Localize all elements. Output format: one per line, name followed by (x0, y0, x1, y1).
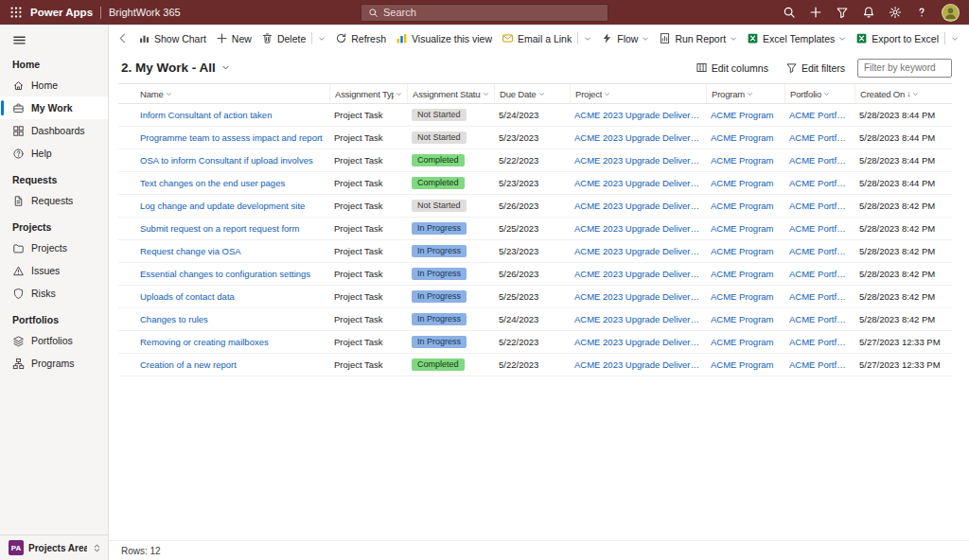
sidebar-item-risks[interactable]: Risks (0, 282, 108, 305)
chevron-down-icon[interactable] (951, 35, 959, 43)
back-icon[interactable] (116, 32, 129, 44)
program-link[interactable]: ACME Program (706, 314, 784, 324)
portfolio-link[interactable]: ACME Portfolio (784, 246, 854, 256)
project-link[interactable]: ACME 2023 Upgrade Deliverable (570, 359, 706, 370)
table-row[interactable]: Text changes on the end user pagesProjec… (118, 172, 952, 195)
project-link[interactable]: ACME 2023 Upgrade Deliverable (570, 291, 706, 302)
app-title[interactable]: Power Apps (30, 7, 93, 18)
program-link[interactable]: ACME Program (706, 155, 784, 166)
project-link[interactable]: ACME 2023 Upgrade Deliverable (570, 178, 706, 188)
help-question-icon[interactable] (915, 6, 928, 19)
column-header-due-date[interactable]: Due Date (494, 84, 570, 103)
filter-by-keyword-input[interactable] (857, 59, 952, 78)
command-flow[interactable]: Flow (597, 27, 653, 49)
command-email-a-link[interactable]: Email a Link (498, 27, 595, 49)
project-link[interactable]: ACME 2023 Upgrade Deliverable (570, 269, 706, 279)
notifications-bell-icon[interactable] (862, 6, 875, 19)
command-new[interactable]: New (212, 27, 255, 49)
task-name-link[interactable]: Essential changes to configuration setti… (135, 269, 329, 279)
column-header-created-on[interactable]: Created On↓ (854, 84, 952, 103)
edit-columns-button[interactable]: Edit columns (691, 59, 773, 77)
task-name-link[interactable]: Removing or creating mailboxes (135, 337, 329, 347)
sidebar-item-projects[interactable]: Projects (0, 236, 108, 259)
search-icon[interactable] (783, 6, 796, 19)
table-row[interactable]: Log change and update development sitePr… (118, 195, 952, 218)
global-search-input[interactable] (383, 7, 601, 18)
filter-icon[interactable] (836, 6, 849, 19)
portfolio-link[interactable]: ACME Portfolio (784, 132, 854, 143)
table-row[interactable]: Request change via OSAProject TaskIn Pro… (118, 240, 952, 263)
task-name-link[interactable]: Creation of a new report (135, 359, 329, 370)
waffle-menu-icon[interactable] (9, 6, 23, 19)
project-link[interactable]: ACME 2023 Upgrade Deliverable (570, 201, 706, 211)
task-name-link[interactable]: Request change via OSA (135, 246, 329, 256)
table-row[interactable]: Inform Consultant of action takenProject… (118, 104, 952, 127)
sidebar-item-help[interactable]: Help (0, 142, 108, 165)
sidebar-item-programs[interactable]: Programs (0, 352, 108, 375)
table-row[interactable]: Uploads of contact dataProject TaskIn Pr… (118, 286, 952, 308)
portfolio-link[interactable]: ACME Portfolio (784, 223, 854, 234)
area-switcher[interactable]: PA Projects Area (0, 534, 108, 560)
sidebar-item-dashboards[interactable]: Dashboards (0, 119, 108, 142)
table-row[interactable]: OSA to inform Consultant if upload invol… (118, 149, 952, 172)
chevron-down-icon[interactable] (642, 35, 649, 43)
program-link[interactable]: ACME Program (706, 178, 784, 188)
sidebar-item-my-work[interactable]: My Work (0, 96, 108, 119)
project-link[interactable]: ACME 2023 Upgrade Deliverable (570, 132, 706, 143)
task-name-link[interactable]: Text changes on the end user pages (135, 178, 329, 188)
global-search[interactable] (361, 4, 608, 22)
table-row[interactable]: Programme team to assess impact and repo… (118, 127, 952, 149)
column-header-project[interactable]: Project (570, 84, 706, 103)
portfolio-link[interactable]: ACME Portfolio (784, 155, 854, 166)
project-link[interactable]: ACME 2023 Upgrade Deliverable (570, 314, 706, 324)
column-header-program[interactable]: Program (706, 84, 784, 103)
sidebar-item-requests[interactable]: Requests (0, 189, 108, 212)
environment-name[interactable]: BrightWork 365 (109, 7, 181, 18)
task-name-link[interactable]: Changes to rules (135, 314, 329, 324)
program-link[interactable]: ACME Program (706, 246, 784, 256)
table-row[interactable]: Removing or creating mailboxesProject Ta… (118, 331, 952, 354)
program-link[interactable]: ACME Program (706, 110, 784, 120)
command-excel-templates[interactable]: Excel Templates (743, 27, 850, 49)
sidebar-item-issues[interactable]: Issues (0, 259, 108, 282)
portfolio-link[interactable]: ACME Portfolio (784, 359, 854, 370)
more-commands-icon[interactable]: ⋮ (963, 30, 969, 47)
command-refresh[interactable]: Refresh (331, 27, 390, 49)
portfolio-link[interactable]: ACME Portfolio (784, 178, 854, 188)
project-link[interactable]: ACME 2023 Upgrade Deliverable (570, 337, 706, 347)
task-name-link[interactable]: Log change and update development site (135, 201, 329, 211)
switch-area-icon[interactable] (92, 543, 102, 553)
user-avatar[interactable] (942, 4, 960, 22)
portfolio-link[interactable]: ACME Portfolio (784, 337, 854, 347)
task-name-link[interactable]: Inform Consultant of action taken (135, 110, 329, 120)
view-selector[interactable]: 2. My Work - All (121, 61, 230, 75)
chevron-down-icon[interactable] (838, 35, 846, 43)
edit-filters-button[interactable]: Edit filters (781, 59, 850, 77)
column-header-name[interactable]: Name (135, 84, 329, 103)
select-all-checkbox[interactable] (118, 84, 135, 103)
column-header-portfolio[interactable]: Portfolio (784, 84, 854, 103)
command-export-to-excel[interactable]: Export to Excel (852, 27, 962, 49)
table-row[interactable]: Submit request on a report request formP… (118, 218, 952, 240)
project-link[interactable]: ACME 2023 Upgrade Deliverable (570, 223, 706, 234)
chevron-down-icon[interactable] (730, 35, 737, 43)
project-link[interactable]: ACME 2023 Upgrade Deliverable (570, 246, 706, 256)
sidebar-item-portfolios[interactable]: Portfolios (0, 329, 108, 352)
table-row[interactable]: Changes to rulesProject TaskIn Progress5… (118, 308, 952, 331)
program-link[interactable]: ACME Program (706, 223, 784, 234)
program-link[interactable]: ACME Program (706, 359, 784, 370)
add-icon[interactable] (809, 6, 822, 19)
task-name-link[interactable]: OSA to inform Consultant if upload invol… (135, 155, 329, 166)
program-link[interactable]: ACME Program (706, 337, 784, 347)
sidebar-item-home[interactable]: Home (0, 74, 108, 96)
hamburger-menu-icon[interactable] (12, 33, 26, 47)
program-link[interactable]: ACME Program (706, 291, 784, 302)
chevron-down-icon[interactable] (318, 35, 326, 43)
program-link[interactable]: ACME Program (706, 132, 784, 143)
column-header-assignment-status[interactable]: Assignment Status (407, 84, 494, 103)
chevron-down-icon[interactable] (584, 35, 591, 43)
portfolio-link[interactable]: ACME Portfolio (784, 291, 854, 302)
command-show-chart[interactable]: Show Chart (134, 27, 210, 49)
portfolio-link[interactable]: ACME Portfolio (784, 110, 854, 120)
project-link[interactable]: ACME 2023 Upgrade Deliverable (570, 155, 706, 166)
